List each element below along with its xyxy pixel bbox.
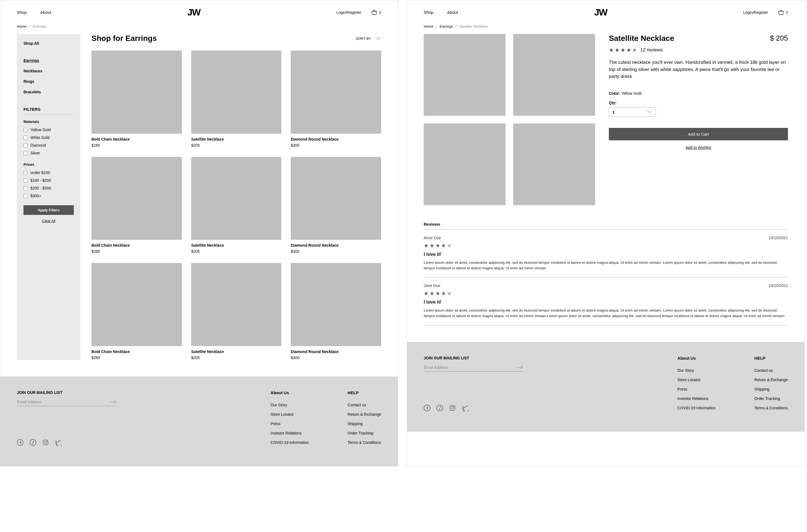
filter-opt-yellow-gold[interactable]: Yellow Gold [23, 128, 74, 132]
product-card[interactable]: Bold Chain Necklace$285 [91, 51, 182, 148]
star-icon: ★ [615, 47, 620, 53]
product-card[interactable]: Diamond Round Necklace$300 [291, 51, 381, 148]
apply-filters-button[interactable]: Apply Filters [23, 205, 74, 215]
star-icon: ★ [441, 290, 446, 297]
logo[interactable]: JW [187, 7, 200, 18]
filter-opt-300-plus[interactable]: $300+ [23, 194, 74, 198]
filter-opt-100-200[interactable]: $100 - $200 [23, 178, 74, 183]
instagram-icon[interactable] [449, 405, 456, 411]
pinterest-icon[interactable] [30, 439, 36, 446]
facebook-icon[interactable] [17, 439, 23, 446]
product-card[interactable]: Satellite Necklace$205 [191, 263, 282, 360]
sort-by-dropdown[interactable]: SORT BY [355, 36, 381, 41]
checkbox[interactable] [23, 186, 27, 190]
nav-shop[interactable]: Shop [17, 10, 26, 15]
footer-link[interactable]: Shipping [348, 421, 381, 426]
footer-link[interactable]: Contact us [348, 403, 381, 407]
add-to-cart-button[interactable]: Add to Cart [609, 128, 788, 140]
filter-opt-diamond[interactable]: Diamond [23, 143, 74, 148]
footer-link[interactable]: Return & Exchange [348, 412, 381, 417]
product-image[interactable] [424, 124, 506, 205]
footer-link[interactable]: Return & Exchange [754, 378, 788, 382]
breadcrumb: Home / Earrings [0, 22, 398, 34]
sidebar-cat-rings[interactable]: Rings [23, 79, 74, 84]
sidebar-cat-earrings[interactable]: Earrings [23, 58, 74, 63]
review-stars: ★★★★★ [424, 242, 788, 249]
product-thumbnail [191, 263, 282, 346]
reviews-count[interactable]: 12 reviews [640, 47, 663, 53]
nav-about[interactable]: About [40, 10, 51, 15]
cart-button[interactable]: 2 [371, 10, 381, 15]
footer-link[interactable]: Order Tracking [348, 431, 381, 435]
product-card[interactable]: Satellite Necklace$205 [191, 51, 282, 148]
product-image[interactable] [513, 34, 595, 116]
social-links [424, 405, 523, 411]
checkbox[interactable] [23, 194, 27, 198]
star-icon: ★ [447, 242, 452, 249]
footer-link[interactable]: COVID-19 Information [271, 440, 309, 445]
product-card[interactable]: Satellite Necklace$205 [191, 157, 282, 254]
reviews-section: Reviews Anne Doe10/10/2021★★★★★I love it… [424, 222, 788, 325]
footer-link[interactable]: Terms & Conditions [754, 406, 788, 410]
footer-link[interactable]: Shipping [754, 387, 788, 392]
nav-about[interactable]: About [447, 10, 458, 15]
product-card[interactable]: Bold Chain Necklace$285 [91, 263, 182, 360]
svg-point-9 [454, 406, 454, 406]
checkbox[interactable] [23, 178, 27, 183]
logo[interactable]: JW [594, 7, 607, 18]
product-image[interactable] [513, 124, 595, 205]
filter-opt-under-100[interactable]: under $100 [23, 170, 74, 175]
facebook-icon[interactable] [424, 405, 430, 411]
footer-about-title: About Us [271, 390, 309, 395]
breadcrumb-category[interactable]: Earrings [440, 24, 453, 28]
qty-select[interactable]: 1 [609, 107, 656, 117]
submit-arrow-icon[interactable] [109, 400, 116, 404]
checkbox[interactable] [23, 136, 27, 140]
footer-link[interactable]: Investor Relations [271, 431, 309, 435]
add-to-wishlist-link[interactable]: Add to Wishlist [609, 145, 788, 150]
product-price: $300 [291, 249, 381, 253]
footer-link[interactable]: Order Tracking [754, 396, 788, 401]
twitter-icon[interactable] [55, 439, 62, 446]
instagram-icon[interactable] [42, 439, 49, 446]
product-name: Bold Chain Necklace [91, 243, 182, 247]
product-image[interactable] [424, 34, 506, 116]
filter-opt-white-gold[interactable]: White Gold [23, 135, 74, 140]
login-register-link[interactable]: Login/Register [336, 10, 361, 15]
footer-link[interactable]: Store Locator [271, 412, 309, 417]
footer-link[interactable]: Press [271, 421, 309, 426]
sidebar-cat-bracelets[interactable]: Bracelets [23, 90, 74, 94]
sidebar-cat-necklaces[interactable]: Necklaces [23, 69, 74, 73]
email-input[interactable] [17, 400, 109, 404]
checkbox[interactable] [23, 171, 27, 175]
checkbox[interactable] [23, 128, 27, 132]
checkbox[interactable] [23, 144, 27, 148]
product-card[interactable]: Bold Chain Necklace$285 [91, 157, 182, 254]
cart-button[interactable]: 2 [778, 10, 788, 15]
filter-materials-label: Materials [23, 120, 74, 124]
product-description: The cutest necklace you'll ever own. Han… [609, 59, 788, 80]
footer-link[interactable]: Our Story [271, 403, 309, 407]
footer-link[interactable]: Terms & Conditions [348, 440, 381, 445]
footer-link[interactable]: Press [677, 387, 716, 392]
filter-opt-silver[interactable]: Silver [23, 151, 74, 155]
submit-arrow-icon[interactable] [516, 365, 523, 369]
sidebar-shop-all[interactable]: Shop All [23, 41, 74, 45]
breadcrumb-home[interactable]: Home [17, 24, 26, 28]
nav-shop[interactable]: Shop [424, 10, 433, 15]
footer-link[interactable]: Our Story [677, 368, 716, 373]
checkbox[interactable] [23, 151, 27, 155]
footer-link[interactable]: Contact us [754, 368, 788, 373]
email-input[interactable] [424, 365, 516, 369]
pinterest-icon[interactable] [436, 405, 443, 411]
clear-all-link[interactable]: Clear All [23, 219, 74, 223]
product-card[interactable]: Diamond Round Necklace$300 [291, 157, 381, 254]
footer-link[interactable]: COVID-19 Information [677, 406, 716, 410]
login-register-link[interactable]: Login/Register [743, 10, 768, 15]
product-card[interactable]: Diamond Round Necklace$300 [291, 263, 381, 360]
footer-link[interactable]: Store Locator [677, 378, 716, 382]
breadcrumb-home[interactable]: Home [424, 24, 433, 28]
twitter-icon[interactable] [462, 405, 469, 411]
footer-link[interactable]: Investor Relations [677, 396, 716, 401]
filter-opt-200-300[interactable]: $200 - $300 [23, 186, 74, 190]
